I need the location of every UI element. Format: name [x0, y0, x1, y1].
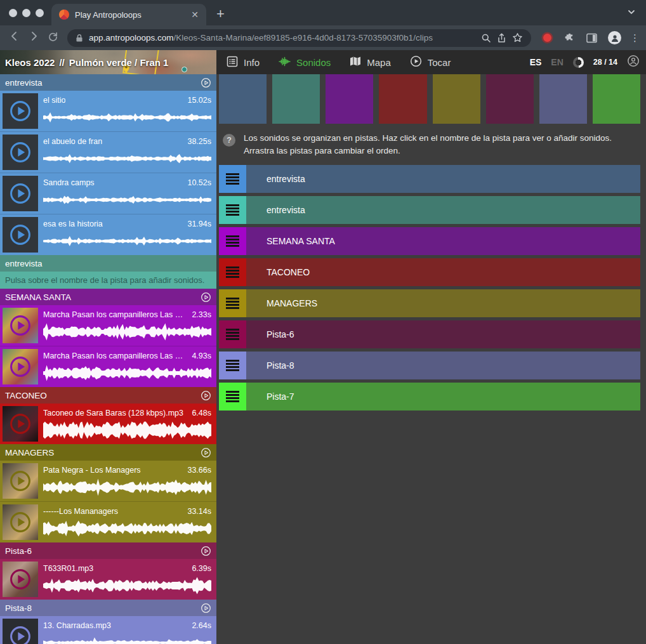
clip-play-icon[interactable]: [9, 182, 32, 205]
clip-item[interactable]: 13. Charradas.mp32.64s: [0, 616, 216, 644]
track-play-button[interactable]: [201, 603, 211, 614]
clip-thumbnail[interactable]: [3, 217, 38, 253]
track-row-name-button[interactable]: Pista-6: [246, 320, 640, 348]
track-row-name-button[interactable]: entrevista: [246, 165, 640, 193]
track-play-button[interactable]: [201, 546, 211, 556]
browser-menu-icon[interactable]: ⋮: [630, 32, 640, 44]
clip-item[interactable]: el sitio15.02s: [0, 91, 216, 131]
clip-waveform[interactable]: [43, 105, 211, 127]
clip-waveform[interactable]: [43, 228, 211, 251]
clip-item[interactable]: Sandra camps10.52s: [0, 173, 216, 214]
track-row-name-button[interactable]: TACONEO: [246, 258, 640, 286]
clip-thumbnail[interactable]: [3, 308, 38, 343]
track-row[interactable]: TACONEO: [219, 258, 640, 286]
clip-thumbnail[interactable]: [3, 562, 38, 597]
track-row-name-button[interactable]: Pista-7: [246, 383, 640, 411]
drag-handle[interactable]: [219, 196, 246, 224]
track-swatch[interactable]: [539, 74, 587, 124]
tab-search-chevron-icon[interactable]: [627, 8, 636, 19]
back-icon[interactable]: [6, 30, 23, 45]
track-swatch[interactable]: [433, 74, 480, 124]
clip-play-icon[interactable]: [9, 100, 32, 122]
clip-thumbnail[interactable]: [3, 93, 38, 129]
track-row-name-button[interactable]: entrevista: [246, 196, 640, 224]
clip-item[interactable]: Marcha Pasan los campanilleros Las Mejor…: [0, 305, 216, 346]
nav-item-info[interactable]: Info: [227, 56, 260, 69]
clip-thumbnail[interactable]: [3, 504, 38, 540]
maximize-window-button[interactable]: [36, 9, 44, 17]
clip-item[interactable]: Marcha Pasan los campanilleros Las Mejor…: [0, 346, 216, 387]
clip-play-icon[interactable]: [9, 412, 32, 435]
clip-thumbnail[interactable]: [3, 619, 38, 644]
track-play-button[interactable]: [201, 77, 211, 88]
track-swatch[interactable]: [326, 74, 373, 124]
account-icon[interactable]: [627, 55, 640, 70]
drag-handle[interactable]: [219, 320, 246, 348]
lang-es-button[interactable]: ES: [530, 57, 542, 67]
extensions-puzzle-icon[interactable]: [564, 32, 575, 43]
track-row[interactable]: MANAGERS: [219, 289, 640, 317]
clip-play-icon[interactable]: [9, 470, 32, 492]
drag-handle[interactable]: [219, 258, 246, 286]
clip-waveform[interactable]: [43, 630, 211, 644]
track-swatch[interactable]: [486, 74, 534, 124]
track-row[interactable]: Pista-8: [219, 352, 640, 379]
clip-thumbnail[interactable]: [3, 349, 38, 384]
track-row[interactable]: Pista-7: [219, 383, 640, 411]
profile-avatar[interactable]: [608, 31, 621, 44]
tab-close-icon[interactable]: ✕: [191, 10, 199, 20]
track-section-header[interactable]: entrevista: [0, 74, 216, 91]
drag-handle[interactable]: [219, 289, 246, 317]
clip-item[interactable]: T633R01.mp36.39s: [0, 559, 216, 600]
clip-play-icon[interactable]: [9, 314, 32, 337]
clip-waveform[interactable]: [43, 417, 211, 440]
track-row[interactable]: entrevista: [219, 196, 640, 224]
clip-waveform[interactable]: [43, 146, 211, 168]
track-section-header[interactable]: Pista-6: [0, 542, 216, 559]
clip-thumbnail[interactable]: [3, 463, 38, 499]
track-section-header[interactable]: SEMANA SANTA: [0, 289, 216, 305]
forward-icon[interactable]: [25, 30, 42, 45]
clip-item[interactable]: Pata Negra - Los Managers33.66s: [0, 461, 216, 501]
clip-play-icon[interactable]: [9, 568, 32, 591]
track-swatch[interactable]: [219, 74, 267, 124]
bookmark-star-icon[interactable]: [512, 32, 523, 43]
track-section-header[interactable]: MANAGERS: [0, 444, 216, 461]
track-row-name-button[interactable]: Pista-8: [246, 352, 640, 379]
clip-play-icon[interactable]: [9, 223, 32, 246]
clip-waveform[interactable]: [43, 187, 211, 209]
track-section-header[interactable]: Pista-8: [0, 600, 216, 616]
clip-play-icon[interactable]: [9, 511, 32, 534]
nav-item-tocar[interactable]: Tocar: [410, 55, 451, 69]
zoom-icon[interactable]: [481, 33, 491, 43]
clip-item[interactable]: esa es la historia31.94s: [0, 214, 216, 255]
address-bar[interactable]: app.antropoloops.com/Kleos-Santa-Marina/…: [67, 29, 531, 47]
lang-en-button[interactable]: EN: [551, 57, 563, 67]
track-play-button[interactable]: [201, 447, 211, 458]
nav-item-mapa[interactable]: Mapa: [350, 56, 391, 69]
minimize-window-button[interactable]: [22, 9, 30, 17]
track-row[interactable]: Pista-6: [219, 320, 640, 348]
track-row[interactable]: entrevista: [219, 165, 640, 193]
track-row-name-button[interactable]: MANAGERS: [246, 289, 640, 317]
clip-play-icon[interactable]: [9, 355, 32, 378]
drag-handle[interactable]: [219, 227, 246, 255]
clip-thumbnail[interactable]: [3, 135, 38, 170]
reload-icon[interactable]: [44, 31, 61, 45]
browser-tab[interactable]: Play Antropoloops ✕: [51, 4, 206, 25]
new-tab-button[interactable]: +: [216, 6, 225, 22]
clip-thumbnail[interactable]: [3, 176, 38, 211]
drag-handle[interactable]: [219, 165, 246, 193]
clip-item[interactable]: el abuelo de fran38.25s: [0, 131, 216, 173]
track-row-name-button[interactable]: SEMANA SANTA: [246, 227, 640, 255]
clip-waveform[interactable]: [43, 319, 211, 341]
side-panel-icon[interactable]: [586, 33, 597, 43]
clip-thumbnail[interactable]: [3, 406, 38, 442]
clip-item[interactable]: ------Los Mananagers33.14s: [0, 501, 216, 542]
clip-play-icon[interactable]: [9, 625, 32, 644]
recording-indicator-icon[interactable]: [543, 34, 551, 42]
track-swatch[interactable]: [593, 74, 640, 124]
track-section-header[interactable]: TACONEO: [0, 387, 216, 404]
drag-handle[interactable]: [219, 383, 246, 411]
clip-waveform[interactable]: [43, 516, 211, 538]
